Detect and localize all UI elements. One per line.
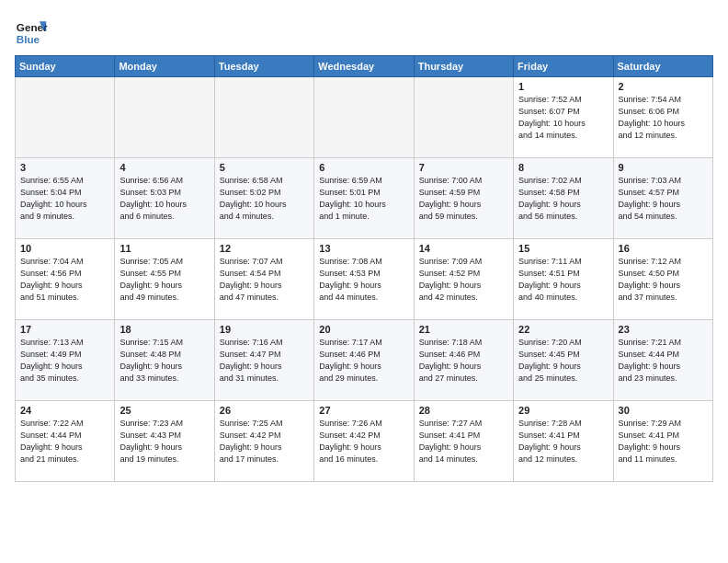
calendar-header-monday: Monday — [115, 56, 214, 77]
calendar-cell: 25Sunrise: 7:23 AM Sunset: 4:43 PM Dayli… — [115, 401, 214, 482]
calendar-cell: 18Sunrise: 7:15 AM Sunset: 4:48 PM Dayli… — [115, 320, 214, 401]
day-info: Sunrise: 7:13 AM Sunset: 4:49 PM Dayligh… — [20, 337, 109, 385]
calendar-week-row: 24Sunrise: 7:22 AM Sunset: 4:44 PM Dayli… — [16, 401, 713, 482]
day-number: 18 — [119, 324, 209, 335]
calendar-cell: 20Sunrise: 7:17 AM Sunset: 4:46 PM Dayli… — [314, 320, 414, 401]
calendar-cell: 3Sunrise: 6:55 AM Sunset: 5:04 PM Daylig… — [16, 158, 115, 239]
day-number: 19 — [220, 324, 309, 335]
day-info: Sunrise: 6:55 AM Sunset: 5:04 PM Dayligh… — [20, 175, 109, 223]
page-header: General Blue — [15, 15, 713, 48]
day-info: Sunrise: 6:56 AM Sunset: 5:03 PM Dayligh… — [119, 175, 209, 223]
day-number: 5 — [220, 162, 309, 173]
calendar-week-row: 1Sunrise: 7:52 AM Sunset: 6:07 PM Daylig… — [16, 77, 713, 158]
day-number: 29 — [518, 405, 608, 416]
calendar-cell: 5Sunrise: 6:58 AM Sunset: 5:02 PM Daylig… — [214, 158, 313, 239]
day-number: 1 — [518, 81, 608, 92]
calendar-header-wednesday: Wednesday — [314, 56, 414, 77]
calendar-cell: 11Sunrise: 7:05 AM Sunset: 4:55 PM Dayli… — [115, 239, 214, 320]
day-info: Sunrise: 7:11 AM Sunset: 4:51 PM Dayligh… — [518, 256, 608, 304]
calendar-cell: 7Sunrise: 7:00 AM Sunset: 4:59 PM Daylig… — [414, 158, 513, 239]
day-number: 27 — [319, 405, 408, 416]
calendar-cell — [115, 77, 214, 158]
calendar-cell: 13Sunrise: 7:08 AM Sunset: 4:53 PM Dayli… — [314, 239, 414, 320]
calendar-week-row: 17Sunrise: 7:13 AM Sunset: 4:49 PM Dayli… — [16, 320, 713, 401]
calendar-header-sunday: Sunday — [16, 56, 115, 77]
day-number: 11 — [119, 243, 209, 254]
day-number: 6 — [319, 162, 408, 173]
day-number: 16 — [619, 243, 708, 254]
day-number: 9 — [619, 162, 708, 173]
day-info: Sunrise: 7:27 AM Sunset: 4:41 PM Dayligh… — [419, 418, 508, 465]
day-info: Sunrise: 6:58 AM Sunset: 5:02 PM Dayligh… — [220, 175, 309, 223]
calendar-cell: 21Sunrise: 7:18 AM Sunset: 4:46 PM Dayli… — [414, 320, 513, 401]
calendar-cell: 1Sunrise: 7:52 AM Sunset: 6:07 PM Daylig… — [514, 77, 613, 158]
day-number: 8 — [518, 162, 608, 173]
calendar-cell: 15Sunrise: 7:11 AM Sunset: 4:51 PM Dayli… — [514, 239, 613, 320]
day-number: 3 — [20, 162, 109, 173]
day-info: Sunrise: 7:12 AM Sunset: 4:50 PM Dayligh… — [619, 256, 708, 304]
calendar-cell: 6Sunrise: 6:59 AM Sunset: 5:01 PM Daylig… — [314, 158, 414, 239]
day-info: Sunrise: 7:20 AM Sunset: 4:45 PM Dayligh… — [518, 337, 608, 385]
calendar-cell: 30Sunrise: 7:29 AM Sunset: 4:41 PM Dayli… — [613, 401, 712, 482]
calendar-table: SundayMondayTuesdayWednesdayThursdayFrid… — [15, 55, 713, 482]
day-number: 24 — [20, 405, 109, 416]
calendar-cell: 26Sunrise: 7:25 AM Sunset: 4:42 PM Dayli… — [214, 401, 313, 482]
calendar-header-thursday: Thursday — [414, 56, 513, 77]
calendar-body: 1Sunrise: 7:52 AM Sunset: 6:07 PM Daylig… — [16, 77, 713, 482]
day-info: Sunrise: 7:29 AM Sunset: 4:41 PM Dayligh… — [619, 418, 708, 465]
day-info: Sunrise: 7:52 AM Sunset: 6:07 PM Dayligh… — [518, 94, 608, 142]
day-number: 30 — [619, 405, 708, 416]
day-number: 23 — [619, 324, 708, 335]
calendar-cell: 14Sunrise: 7:09 AM Sunset: 4:52 PM Dayli… — [414, 239, 513, 320]
day-number: 13 — [319, 243, 408, 254]
calendar-header-row: SundayMondayTuesdayWednesdayThursdayFrid… — [16, 56, 713, 77]
day-number: 15 — [518, 243, 608, 254]
day-number: 14 — [419, 243, 508, 254]
day-number: 25 — [119, 405, 209, 416]
calendar-cell: 19Sunrise: 7:16 AM Sunset: 4:47 PM Dayli… — [214, 320, 313, 401]
calendar-header-saturday: Saturday — [613, 56, 712, 77]
day-info: Sunrise: 7:54 AM Sunset: 6:06 PM Dayligh… — [619, 94, 708, 142]
calendar-cell: 27Sunrise: 7:26 AM Sunset: 4:42 PM Dayli… — [314, 401, 414, 482]
svg-text:Blue: Blue — [17, 33, 40, 45]
day-number: 4 — [119, 162, 209, 173]
day-number: 17 — [20, 324, 109, 335]
calendar-cell: 16Sunrise: 7:12 AM Sunset: 4:50 PM Dayli… — [613, 239, 712, 320]
day-info: Sunrise: 7:08 AM Sunset: 4:53 PM Dayligh… — [319, 256, 408, 304]
day-info: Sunrise: 7:22 AM Sunset: 4:44 PM Dayligh… — [20, 418, 109, 465]
calendar-cell — [214, 77, 313, 158]
day-number: 20 — [319, 324, 408, 335]
logo: General Blue — [15, 15, 51, 48]
calendar-week-row: 10Sunrise: 7:04 AM Sunset: 4:56 PM Dayli… — [16, 239, 713, 320]
day-info: Sunrise: 7:17 AM Sunset: 4:46 PM Dayligh… — [319, 337, 408, 385]
day-info: Sunrise: 7:04 AM Sunset: 4:56 PM Dayligh… — [20, 256, 109, 304]
day-info: Sunrise: 7:26 AM Sunset: 4:42 PM Dayligh… — [319, 418, 408, 465]
calendar-cell: 8Sunrise: 7:02 AM Sunset: 4:58 PM Daylig… — [514, 158, 613, 239]
calendar-cell: 10Sunrise: 7:04 AM Sunset: 4:56 PM Dayli… — [16, 239, 115, 320]
calendar-cell: 12Sunrise: 7:07 AM Sunset: 4:54 PM Dayli… — [214, 239, 313, 320]
calendar-header-friday: Friday — [514, 56, 613, 77]
day-info: Sunrise: 7:07 AM Sunset: 4:54 PM Dayligh… — [220, 256, 309, 304]
calendar-cell: 4Sunrise: 6:56 AM Sunset: 5:03 PM Daylig… — [115, 158, 214, 239]
day-number: 7 — [419, 162, 508, 173]
calendar-cell: 17Sunrise: 7:13 AM Sunset: 4:49 PM Dayli… — [16, 320, 115, 401]
day-info: Sunrise: 7:23 AM Sunset: 4:43 PM Dayligh… — [119, 418, 209, 465]
calendar-cell: 24Sunrise: 7:22 AM Sunset: 4:44 PM Dayli… — [16, 401, 115, 482]
day-number: 10 — [20, 243, 109, 254]
day-number: 28 — [419, 405, 508, 416]
calendar-cell: 22Sunrise: 7:20 AM Sunset: 4:45 PM Dayli… — [514, 320, 613, 401]
day-info: Sunrise: 6:59 AM Sunset: 5:01 PM Dayligh… — [319, 175, 408, 223]
day-number: 22 — [518, 324, 608, 335]
day-info: Sunrise: 7:15 AM Sunset: 4:48 PM Dayligh… — [119, 337, 209, 385]
day-number: 12 — [220, 243, 309, 254]
day-info: Sunrise: 7:03 AM Sunset: 4:57 PM Dayligh… — [619, 175, 708, 223]
calendar-week-row: 3Sunrise: 6:55 AM Sunset: 5:04 PM Daylig… — [16, 158, 713, 239]
day-number: 26 — [220, 405, 309, 416]
calendar-header-tuesday: Tuesday — [214, 56, 313, 77]
day-info: Sunrise: 7:25 AM Sunset: 4:42 PM Dayligh… — [220, 418, 309, 465]
day-info: Sunrise: 7:02 AM Sunset: 4:58 PM Dayligh… — [518, 175, 608, 223]
calendar-cell — [414, 77, 513, 158]
day-info: Sunrise: 7:28 AM Sunset: 4:41 PM Dayligh… — [518, 418, 608, 465]
calendar-cell: 2Sunrise: 7:54 AM Sunset: 6:06 PM Daylig… — [613, 77, 712, 158]
day-info: Sunrise: 7:21 AM Sunset: 4:44 PM Dayligh… — [619, 337, 708, 385]
